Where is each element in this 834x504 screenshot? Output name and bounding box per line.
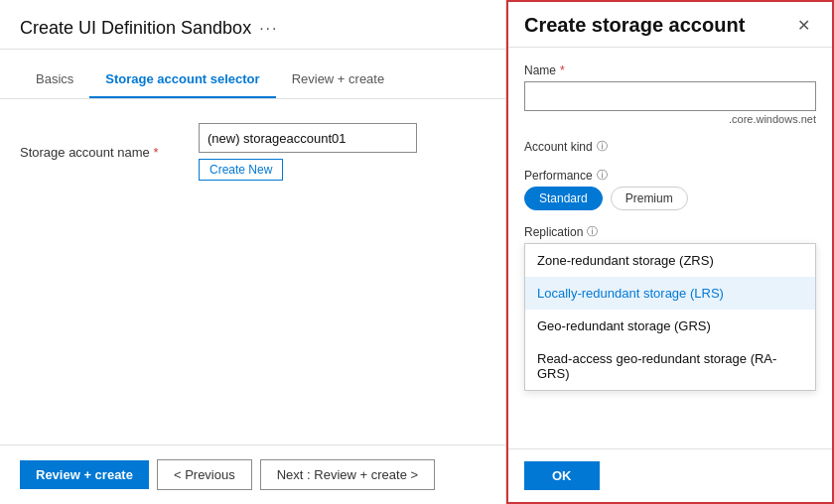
replication-option-lrs[interactable]: Locally-redundant storage (LRS) [525,277,815,310]
tab-basics[interactable]: Basics [20,62,89,98]
account-kind-info-icon[interactable]: ⓘ [597,139,608,154]
ok-button[interactable]: OK [524,461,600,490]
storage-name-input-group: Create New [199,123,417,181]
name-label: Name * [524,63,816,77]
left-content: Storage account name Create New [0,99,505,444]
left-header: Create UI Definition Sandbox ··· [0,0,505,50]
performance-label: Performance ⓘ [524,168,816,183]
tabs-bar: Basics Storage account selector Review +… [0,62,505,99]
replication-option-ragrs[interactable]: Read-access geo-redundant storage (RA-GR… [525,342,815,390]
app-title-row: Create UI Definition Sandbox ··· [20,18,486,39]
right-footer: OK [508,448,832,502]
app-title: Create UI Definition Sandbox [20,18,251,39]
storage-name-input[interactable] [199,123,417,153]
replication-label: Replication ⓘ [524,224,816,239]
performance-premium-button[interactable]: Premium [611,187,688,210]
performance-standard-button[interactable]: Standard [524,187,603,210]
name-field-group: Name * .core.windows.net [524,63,816,125]
left-footer: Review + create < Previous Next : Review… [0,444,505,504]
name-input[interactable] [524,81,816,111]
replication-info-icon[interactable]: ⓘ [587,224,598,239]
right-panel-title: Create storage account [524,14,745,37]
next-button[interactable]: Next : Review + create > [260,459,435,490]
account-kind-field-group: Account kind ⓘ StorageV2 (general purpos… [524,139,816,154]
tab-storage-account-selector[interactable]: Storage account selector [89,62,275,98]
title-dots: ··· [259,20,278,38]
replication-option-grs[interactable]: Geo-redundant storage (GRS) [525,310,815,342]
name-required-star: * [560,63,565,77]
right-header: Create storage account ✕ [508,2,832,48]
right-content: Name * .core.windows.net Account kind ⓘ … [508,48,832,448]
replication-option-zrs[interactable]: Zone-redundant storage (ZRS) [525,244,815,277]
replication-field-group: Replication ⓘ Locally-redundant storage … [524,224,816,391]
performance-field-group: Performance ⓘ Standard Premium [524,168,816,210]
performance-info-icon[interactable]: ⓘ [597,168,608,183]
storage-name-row: Storage account name Create New [20,123,486,181]
account-kind-label: Account kind ⓘ [524,139,816,154]
name-suffix: .core.windows.net [524,113,816,125]
right-panel: Create storage account ✕ Name * .core.wi… [506,0,834,504]
close-button[interactable]: ✕ [791,14,816,37]
left-panel: Create UI Definition Sandbox ··· Basics … [0,0,506,504]
storage-name-label: Storage account name [20,145,199,160]
tab-review-create[interactable]: Review + create [276,62,401,98]
create-new-button[interactable]: Create New [199,159,283,181]
previous-button[interactable]: < Previous [157,459,252,490]
review-create-button[interactable]: Review + create [20,460,149,489]
performance-options: Standard Premium [524,187,816,210]
replication-dropdown-list: Zone-redundant storage (ZRS) Locally-red… [524,243,816,391]
